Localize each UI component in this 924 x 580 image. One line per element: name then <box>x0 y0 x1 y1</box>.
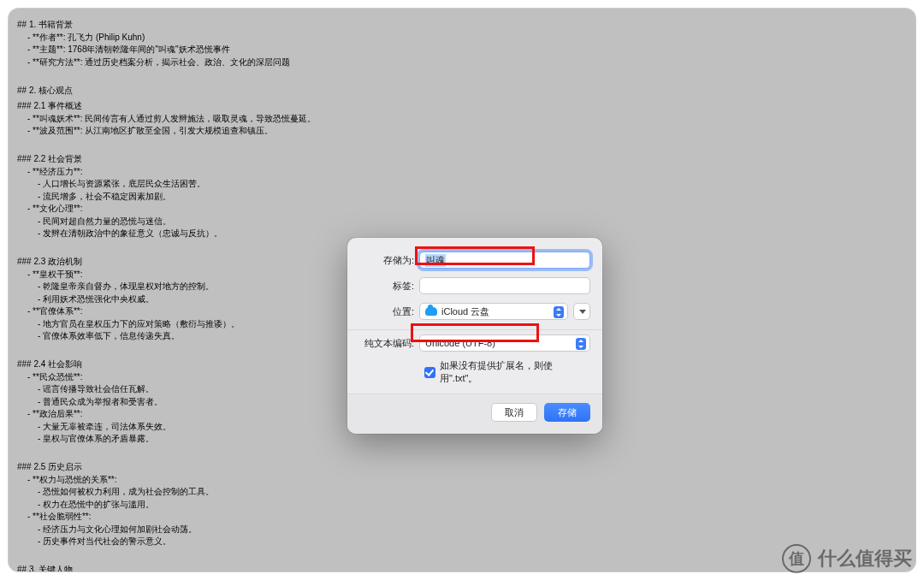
encoding-value: Unicode (UTF-8) <box>425 338 495 348</box>
encoding-popup[interactable]: Unicode (UTF-8) <box>419 334 590 352</box>
doc-line: - 谣言传播导致社会信任瓦解。 <box>17 383 316 396</box>
save-button[interactable]: 存储 <box>544 403 590 422</box>
icloud-icon <box>425 307 437 316</box>
expand-button[interactable] <box>573 303 590 320</box>
doc-line: - 普通民众成为举报者和受害者。 <box>17 396 316 409</box>
extension-checkbox-label: 如果没有提供扩展名，则使用".txt"。 <box>440 359 590 385</box>
doc-line: ### 2.3 政治机制 <box>17 256 316 269</box>
tags-label: 标签: <box>359 280 419 293</box>
doc-line: - 利用妖术恐慌强化中央权威。 <box>17 293 316 306</box>
doc-line: - **官僚体系**: <box>17 305 316 318</box>
doc-line: - 流民增多，社会不稳定因素加剧。 <box>17 191 316 204</box>
doc-line <box>17 446 316 459</box>
doc-line: - **权力与恐慌的关系**: <box>17 474 316 487</box>
doc-line: - 地方官员在皇权压力下的应对策略（敷衍与推诿）。 <box>17 318 316 331</box>
doc-line: ## 1. 书籍背景 <box>17 19 316 32</box>
window-frame: ## 1. 书籍背景- **作者**: 孔飞力 (Philip Kuhn)- *… <box>9 9 915 571</box>
filename-value: 叫魂 <box>425 254 446 267</box>
location-popup[interactable]: iCloud 云盘 <box>419 303 568 320</box>
doc-line: - **叫魂妖术**: 民间传言有人通过剪人发辫施法，吸取灵魂，导致恐慌蔓延。 <box>17 113 316 126</box>
doc-line: - 乾隆皇帝亲自督办，体现皇权对地方的控制。 <box>17 281 316 293</box>
doc-line: - 恐慌如何被权力利用，成为社会控制的工具。 <box>17 486 316 499</box>
extension-checkbox[interactable] <box>424 367 435 378</box>
document-text: ## 1. 书籍背景- **作者**: 孔飞力 (Philip Kuhn)- *… <box>17 15 316 571</box>
doc-line: ### 2.2 社会背景 <box>17 153 316 166</box>
doc-line: - **政治后果**: <box>17 408 316 421</box>
doc-line: - **波及范围**: 从江南地区扩散至全国，引发大规模追查和镇压。 <box>17 125 316 138</box>
doc-line: - 皇权与官僚体系的矛盾暴露。 <box>17 433 316 446</box>
doc-line: - **主题**: 1768年清朝乾隆年间的"叫魂"妖术恐慌事件 <box>17 44 316 56</box>
tags-input[interactable] <box>419 277 590 294</box>
doc-line: - **民众恐慌**: <box>17 371 316 384</box>
save-as-label: 存储为: <box>359 254 419 267</box>
doc-line: - **文化心理**: <box>17 203 316 216</box>
doc-line: - 经济压力与文化心理如何加剧社会动荡。 <box>17 524 316 536</box>
popup-arrows-icon <box>576 338 586 350</box>
filename-input[interactable]: 叫魂 <box>419 252 590 269</box>
watermark-badge: 值 <box>782 544 811 573</box>
doc-line: - 大量无辜被牵连，司法体系失效。 <box>17 421 316 434</box>
doc-line: - 权力在恐慌中的扩张与滥用。 <box>17 499 316 512</box>
doc-line <box>17 343 316 356</box>
doc-line: - 发辫在清朝政治中的象征意义（忠诚与反抗）。 <box>17 228 316 240</box>
doc-line: - **作者**: 孔飞力 (Philip Kuhn) <box>17 32 316 44</box>
doc-line <box>17 68 316 81</box>
doc-line: - **皇权干预**: <box>17 269 316 281</box>
doc-line: - 人口增长与资源紧张，底层民众生活困苦。 <box>17 178 316 191</box>
doc-line <box>17 138 316 151</box>
location-value: iCloud 云盘 <box>441 305 489 318</box>
doc-line: ### 2.1 事件概述 <box>17 100 316 113</box>
watermark-text: 什么值得买 <box>818 546 912 571</box>
doc-line: - **经济压力**: <box>17 166 316 179</box>
popup-arrows-icon <box>554 306 564 318</box>
encoding-label: 纯文本编码: <box>359 337 419 350</box>
doc-line <box>17 548 316 561</box>
doc-line: ## 2. 核心观点 <box>17 85 316 98</box>
doc-line: ### 2.5 历史启示 <box>17 461 316 474</box>
doc-line: ### 2.4 社会影响 <box>17 358 316 371</box>
location-label: 位置: <box>359 305 419 318</box>
doc-line <box>17 240 316 253</box>
cancel-button[interactable]: 取消 <box>491 403 537 422</box>
doc-line: ## 3. 关键人物 <box>17 564 316 571</box>
watermark: 值 什么值得买 <box>782 544 912 573</box>
doc-line: - 历史事件对当代社会的警示意义。 <box>17 536 316 548</box>
doc-line: - **研究方法**: 通过历史档案分析，揭示社会、政治、文化的深层问题 <box>17 56 316 69</box>
doc-line: - **社会脆弱性**: <box>17 511 316 524</box>
save-dialog: 存储为: 叫魂 标签: 位置: iCloud 云盘 纯文本编码: Unicode… <box>347 238 602 434</box>
doc-line: - 民间对超自然力量的恐慌与迷信。 <box>17 216 316 228</box>
doc-line: - 官僚体系效率低下，信息传递失真。 <box>17 330 316 343</box>
